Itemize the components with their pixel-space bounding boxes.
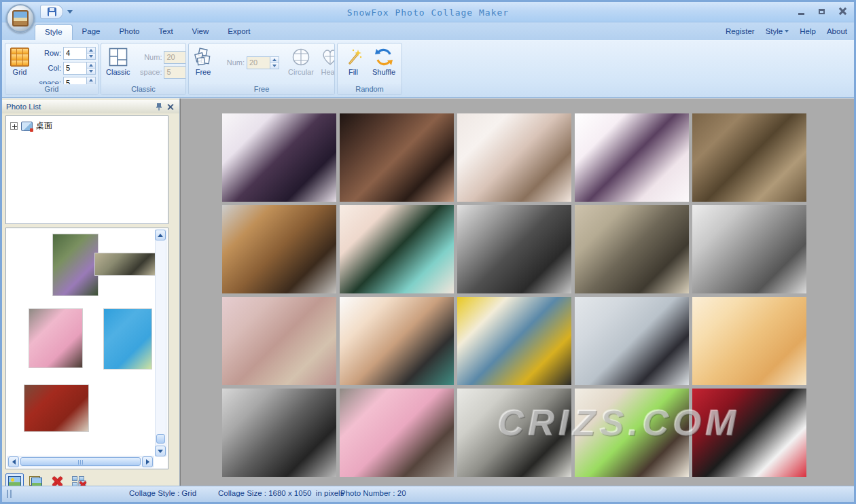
tab-export[interactable]: Export <box>218 24 260 40</box>
free-num-spinner <box>270 56 279 69</box>
col-spinner[interactable] <box>86 62 96 75</box>
collage-photo[interactable] <box>340 297 454 385</box>
close-button[interactable] <box>835 5 849 17</box>
scroll-down-button[interactable] <box>155 446 166 456</box>
classic-space-label: space: <box>133 68 162 76</box>
arrow-down-icon <box>158 450 163 453</box>
status-photo-number: Photo Number : 20 <box>340 489 406 497</box>
main-area: Photo List 桌面 <box>2 98 854 490</box>
tree-expand-icon[interactable] <box>10 122 18 130</box>
fill-button[interactable]: Fill <box>340 46 366 78</box>
classic-num-label: Num: <box>133 53 162 61</box>
help-link[interactable]: Help <box>800 27 816 35</box>
thumbnail[interactable] <box>24 384 89 432</box>
classic-button-label: Classic <box>106 68 130 76</box>
arrow-up-icon <box>158 234 163 237</box>
vertical-scroll-thumb[interactable] <box>156 434 165 444</box>
about-link[interactable]: About <box>827 27 847 35</box>
collage-photo[interactable] <box>222 297 336 385</box>
chevron-down-icon <box>785 30 789 33</box>
col-input[interactable] <box>63 62 86 75</box>
thumbnail[interactable] <box>103 308 152 370</box>
collage-photo[interactable] <box>692 205 806 293</box>
arrow-left-icon <box>12 459 16 465</box>
maximize-button[interactable] <box>815 5 828 17</box>
classic-layout-icon <box>109 48 128 67</box>
app-menu-button[interactable] <box>6 4 35 33</box>
scroll-left-button[interactable] <box>8 456 19 467</box>
scroll-right-button[interactable] <box>142 456 153 467</box>
collage-photo[interactable] <box>575 297 689 385</box>
save-button[interactable] <box>40 5 63 19</box>
collage-photo[interactable] <box>222 113 336 202</box>
maximize-icon <box>819 9 825 14</box>
collage-photo[interactable] <box>340 113 454 202</box>
minimize-button[interactable] <box>794 5 808 17</box>
tree-item-desktop[interactable]: 桌面 <box>6 116 168 136</box>
title-bar: SnowFox Photo Collage Maker <box>2 2 854 22</box>
tab-page[interactable]: Page <box>73 24 110 40</box>
close-icon <box>167 104 173 110</box>
free-button-label: Free <box>196 68 211 76</box>
ribbon-group-random: Fill Shuffle Random <box>337 43 402 95</box>
tab-style[interactable]: Style <box>35 24 73 40</box>
register-link[interactable]: Register <box>726 27 755 35</box>
top-links: Register Style Help About <box>726 22 847 40</box>
photo-list-panel: Photo List 桌面 <box>2 98 180 490</box>
collage-photo[interactable] <box>222 389 336 477</box>
collage-photo[interactable] <box>457 113 571 202</box>
row-spinner[interactable] <box>86 47 96 60</box>
ribbon-group-classic: Classic Num: space: <box>101 43 186 95</box>
scroll-up-button[interactable] <box>155 230 166 240</box>
thumbnail[interactable] <box>94 253 158 276</box>
folder-icon <box>21 122 33 131</box>
close-icon <box>838 7 846 15</box>
collage-photo[interactable] <box>222 205 336 293</box>
classic-style-button[interactable]: Classic <box>103 46 133 79</box>
horizontal-scrollbar[interactable] <box>7 456 154 467</box>
close-panel-button[interactable] <box>164 102 175 112</box>
collage-photo[interactable] <box>575 113 689 202</box>
collage-photo[interactable] <box>457 389 571 477</box>
collage-photo[interactable] <box>575 389 689 477</box>
window-title: SnowFox Photo Collage Maker <box>2 2 854 22</box>
style-menu-label: Style <box>766 27 783 35</box>
arrow-right-icon <box>146 459 149 465</box>
thumbnail[interactable] <box>52 234 99 296</box>
circular-style-button[interactable]: Circular <box>285 46 317 78</box>
quick-access-toolbar <box>40 5 73 19</box>
tab-view[interactable]: View <box>183 24 219 40</box>
ribbon: Grid Row: Col: <box>2 40 854 98</box>
classic-group-label: Classic <box>101 84 185 94</box>
free-style-button[interactable]: Free <box>190 46 216 78</box>
collage-photo[interactable] <box>692 297 806 385</box>
collage-photo[interactable] <box>692 389 806 477</box>
fill-button-label: Fill <box>349 68 358 76</box>
collage-photo[interactable] <box>457 205 571 293</box>
horizontal-scroll-thumb[interactable] <box>20 457 141 466</box>
row-label: Row: <box>33 49 61 57</box>
row-input[interactable] <box>63 47 86 60</box>
style-menu-link[interactable]: Style <box>766 27 789 35</box>
free-group-label: Free <box>189 84 334 94</box>
tree-item-label: 桌面 <box>36 120 52 132</box>
collage-photo[interactable] <box>340 389 454 477</box>
collage-photo[interactable] <box>575 205 689 293</box>
collage-photo[interactable] <box>457 297 571 385</box>
circular-button-label: Circular <box>288 68 314 76</box>
classic-num-input <box>164 51 186 64</box>
window-controls <box>794 5 849 17</box>
collage-photo[interactable] <box>692 113 806 202</box>
pin-panel-button[interactable] <box>154 102 164 112</box>
grid-button-label: Grid <box>13 68 27 76</box>
tab-text[interactable]: Text <box>149 24 183 40</box>
classic-space-input <box>164 66 186 79</box>
tab-photo[interactable]: Photo <box>109 24 149 40</box>
collage-photo[interactable] <box>340 205 454 293</box>
vertical-scrollbar[interactable] <box>155 230 166 456</box>
heart-style-button[interactable]: Heart <box>317 46 335 78</box>
quick-access-dropdown-icon[interactable] <box>67 10 73 14</box>
about-label: About <box>827 27 847 35</box>
thumbnail[interactable] <box>29 308 83 368</box>
shuffle-button[interactable]: Shuffle <box>369 46 399 78</box>
